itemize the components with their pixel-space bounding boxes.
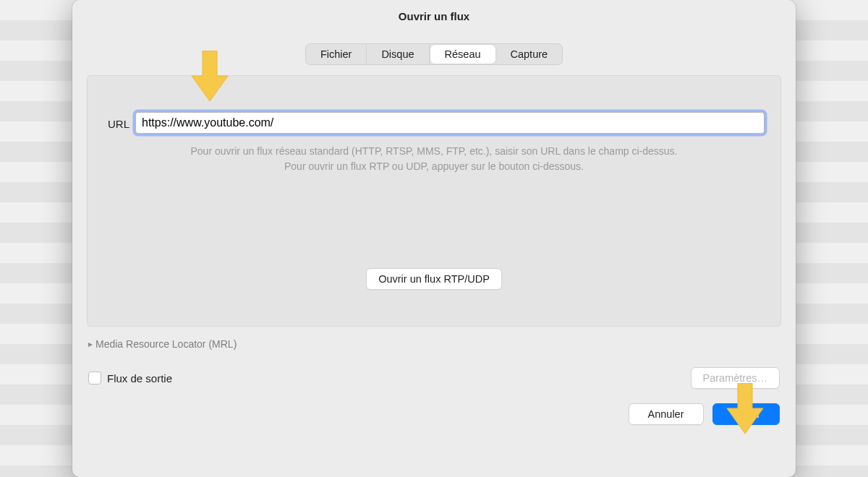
below-panel: ▸ Media Resource Locator (MRL) Flux de s… <box>88 334 780 389</box>
stream-out-left: Flux de sortie <box>88 371 172 384</box>
window-titlebar: Ouvrir un flux <box>72 0 796 32</box>
dialog-window: Ouvrir un flux Fichier Disque Réseau Cap… <box>72 0 796 477</box>
mrl-disclosure[interactable]: ▸ Media Resource Locator (MRL) <box>88 334 780 354</box>
tab-network[interactable]: Réseau <box>430 45 495 64</box>
chevron-right-icon: ▸ <box>88 339 93 349</box>
open-button[interactable]: Ouvrir <box>712 403 780 425</box>
stream-settings-button[interactable]: Paramètres… <box>691 367 780 389</box>
stream-out-row: Flux de sortie Paramètres… <box>88 367 780 389</box>
rtp-button-wrap: Ouvrir un flux RTP/UDP <box>366 268 502 290</box>
network-panel: URL Pour ouvrir un flux réseau standard … <box>87 75 781 327</box>
open-rtp-udp-button[interactable]: Ouvrir un flux RTP/UDP <box>366 268 502 290</box>
stream-out-label: Flux de sortie <box>107 372 172 384</box>
tabs-wrap: Fichier Disque Réseau Capture <box>72 32 796 69</box>
url-input[interactable] <box>135 112 765 134</box>
cancel-button[interactable]: Annuler <box>629 403 704 425</box>
url-label: URL <box>103 116 129 130</box>
source-tabs: Fichier Disque Réseau Capture <box>305 43 563 65</box>
tab-file[interactable]: Fichier <box>306 44 367 64</box>
help-line-1: Pour ouvrir un flux réseau standard (HTT… <box>190 145 677 157</box>
window-title: Ouvrir un flux <box>399 10 469 22</box>
stream-out-checkbox[interactable] <box>88 371 101 384</box>
mrl-label: Media Resource Locator (MRL) <box>95 338 237 350</box>
help-line-2: Pour ouvrir un flux RTP ou UDP, appuyer … <box>284 160 584 172</box>
help-text: Pour ouvrir un flux réseau standard (HTT… <box>153 144 715 174</box>
dialog-actions: Annuler Ouvrir <box>88 403 780 425</box>
url-row: URL <box>103 112 765 134</box>
tab-capture[interactable]: Capture <box>496 44 563 64</box>
tab-disc[interactable]: Disque <box>367 44 429 64</box>
